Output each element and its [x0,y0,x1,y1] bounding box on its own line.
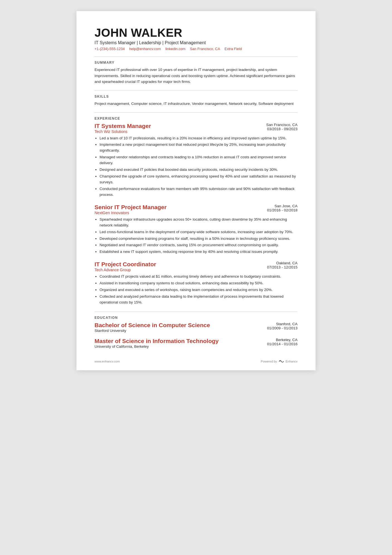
bullet-item: Led a team of 10 IT professionals, resul… [100,135,297,141]
job-title-3: IT Project Coordinator [95,261,156,268]
linkedin: linkedin.com [165,47,185,51]
edu-left-2: Master of Science in Information Technol… [95,338,219,349]
edu-location-2: Berkeley, CA [267,338,297,342]
experience-item-3: IT Project Coordinator Tech Advance Grou… [95,261,297,305]
exp-bullets-3: Coordinated IT projects valued at $1 mil… [95,274,297,305]
header: JOHN WALKER IT Systems Manager | Leaders… [95,26,297,51]
experience-item-1: IT Systems Manager Tech Wiz Solutions Sa… [95,123,297,198]
exp-dates-3: 07/2013 - 12/2015 [267,265,297,269]
bullet-item: Designed and executed IT policies that b… [100,167,297,173]
page-footer: www.enhancv.com Powered by Enhancv [95,359,297,363]
skills-text: Project management, Computer science, IT… [95,101,297,107]
phone: +1-(234)-555-1234 [95,47,125,51]
footer-website: www.enhancv.com [95,360,120,363]
exp-header-3: IT Project Coordinator Tech Advance Grou… [95,261,297,272]
experience-section: EXPERIENCE IT Systems Manager Tech Wiz S… [95,117,297,305]
divider-experience [95,112,297,113]
candidate-name: JOHN WALKER [95,26,297,39]
job-title-1: IT Systems Manager [95,123,151,129]
edu-left-1: Bachelor of Science in Computer Science … [95,322,210,333]
powered-by-label: Powered by [261,360,277,363]
exp-right-2: San Jose, CA 01/2016 - 02/2018 [267,204,297,212]
edu-dates-1: 01/2009 - 01/2013 [267,326,297,330]
bullet-item: Led cross-functional teams in the deploy… [100,229,297,235]
divider-education [95,312,297,312]
bullet-item: Established a new IT support system, red… [100,249,297,255]
edu-right-1: Stanford, CA 01/2009 - 01/2013 [267,322,297,330]
bullet-item: Coordinated IT projects valued at $1 mil… [100,274,297,280]
bullet-item: Organized and executed a series of works… [100,287,297,293]
exp-left-1: IT Systems Manager Tech Wiz Solutions [95,123,151,134]
exp-left-3: IT Project Coordinator Tech Advance Grou… [95,261,156,272]
company-name-1: Tech Wiz Solutions [95,129,151,134]
bullet-item: Assisted in transitioning company system… [100,280,297,286]
summary-section: SUMMARY Experienced IT professional with… [95,61,297,85]
exp-dates-1: 03/2018 - 09/2023 [266,127,297,131]
job-title-2: Senior IT Project Manager [95,204,167,211]
skills-section: SKILLS Project management, Computer scie… [95,95,297,107]
candidate-title: IT Systems Manager | Leadership | Projec… [95,40,297,45]
location: San Francisco, CA [190,47,220,51]
summary-label: SUMMARY [95,61,297,65]
education-label: EDUCATION [95,316,297,320]
bullet-item: Managed vendor relationships and contrac… [100,154,297,166]
edu-location-1: Stanford, CA [267,322,297,326]
enhancv-logo: Enhancv [279,359,297,363]
exp-dates-2: 01/2016 - 02/2018 [267,208,297,212]
divider-summary [95,56,297,57]
exp-header-1: IT Systems Manager Tech Wiz Solutions Sa… [95,123,297,134]
email: help@enhancv.com [129,47,161,51]
exp-right-3: Oakland, CA 07/2013 - 12/2015 [267,261,297,269]
company-name-3: Tech Advance Group [95,268,156,272]
company-name-2: NextGen Innovators [95,211,167,215]
exp-right-1: San Francisco, CA 03/2018 - 09/2023 [266,123,297,131]
edu-degree-1: Bachelor of Science in Computer Science [95,322,210,329]
edu-dates-2: 01/2014 - 01/2016 [267,342,297,346]
education-item-1: Bachelor of Science in Computer Science … [95,322,297,333]
bullet-item: Negotiated and managed IT vendor contrac… [100,242,297,248]
exp-header-2: Senior IT Project Manager NextGen Innova… [95,204,297,215]
powered-by: Powered by Enhancv [261,359,297,363]
bullet-item: Implemented a new project management too… [100,142,297,154]
edu-right-2: Berkeley, CA 01/2014 - 01/2016 [267,338,297,346]
education-section: EDUCATION Bachelor of Science in Compute… [95,316,297,349]
bullet-item: Championed the upgrade of core systems, … [100,174,297,185]
exp-location-3: Oakland, CA [267,261,297,265]
education-item-2: Master of Science in Information Technol… [95,338,297,349]
bullet-item: Conducted performance evaluations for te… [100,186,297,198]
edu-school-1: Stanford University [95,329,210,333]
contact-info: +1-(234)-555-1234 help@enhancv.com linke… [95,47,297,51]
extra-field: Extra Field [225,47,242,51]
bullet-item: Spearheaded major infrastructure upgrade… [100,217,297,228]
enhancv-brand: Enhancv [286,360,297,363]
bullet-item: Developed comprehensive training program… [100,236,297,242]
exp-bullets-2: Spearheaded major infrastructure upgrade… [95,217,297,255]
exp-left-2: Senior IT Project Manager NextGen Innova… [95,204,167,215]
divider-skills [95,90,297,91]
resume-page: JOHN WALKER IT Systems Manager | Leaders… [76,11,316,370]
exp-location-1: San Francisco, CA [266,123,297,127]
edu-school-2: University of California, Berkeley [95,344,219,349]
edu-header-2: Master of Science in Information Technol… [95,338,297,349]
skills-label: SKILLS [95,95,297,98]
bullet-item: Collected and analyzed performance data … [100,294,297,305]
edu-degree-2: Master of Science in Information Technol… [95,338,219,344]
exp-location-2: San Jose, CA [267,204,297,208]
experience-item-2: Senior IT Project Manager NextGen Innova… [95,204,297,255]
exp-bullets-1: Led a team of 10 IT professionals, resul… [95,135,297,198]
edu-header-1: Bachelor of Science in Computer Science … [95,322,297,333]
experience-label: EXPERIENCE [95,117,297,120]
summary-text: Experienced IT professional with over 10… [95,67,297,85]
